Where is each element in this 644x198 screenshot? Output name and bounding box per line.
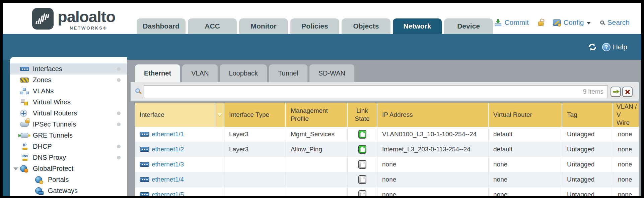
sidebar-item-virtual-routers[interactable]: Virtual Routers xyxy=(10,108,127,119)
expand-collapse-icon[interactable] xyxy=(13,167,18,170)
column-header-link-state[interactable]: Link State xyxy=(348,103,377,127)
sidebar-item-dhcp[interactable]: IPDHCP xyxy=(10,141,127,152)
apply-filter-button[interactable] xyxy=(611,87,621,97)
cell-interface: ethernet1/5 xyxy=(135,187,224,198)
cell-interface: ethernet1/4 xyxy=(135,172,224,187)
nav-tab-network[interactable]: Network xyxy=(393,18,442,34)
status-dot xyxy=(117,156,121,159)
cell-virtual-router: none xyxy=(489,157,562,172)
table-body: ethernet1/1Layer3Mgmt_ServicesVLAN0100_L… xyxy=(135,127,639,198)
sidebar-nav: InterfacesZonesVLANsVirtual WiresVirtual… xyxy=(10,57,127,196)
commit-button[interactable]: Commit xyxy=(504,18,528,27)
sidebar-item-gateways[interactable]: Gateways xyxy=(10,185,127,196)
tab-loopback[interactable]: Loopback xyxy=(220,64,267,82)
main-panel: EthernetVLANLoopbackTunnelSD-WAN 9 items… xyxy=(127,60,641,196)
sidebar-item-zones[interactable]: Zones xyxy=(10,75,127,86)
sidebar-item-vlans[interactable]: VLANs xyxy=(10,86,127,97)
brand-name: paloalto xyxy=(58,7,115,26)
sort-dropdown[interactable] xyxy=(215,103,224,127)
cell-interface: ethernet1/2 xyxy=(135,142,224,157)
gre-tunnels-icon xyxy=(20,133,33,138)
cell-tag: Untagged xyxy=(562,127,613,142)
column-header-interface-type[interactable]: Interface Type xyxy=(224,103,286,127)
column-header-ip-address[interactable]: IP Address xyxy=(377,103,489,127)
nav-tab-monitor[interactable]: Monitor xyxy=(239,18,288,34)
sidebar-item-interfaces[interactable]: Interfaces xyxy=(10,63,127,75)
link-down-icon xyxy=(358,175,366,184)
status-dot xyxy=(117,67,121,71)
config-icon xyxy=(553,19,561,26)
table-row[interactable]: ethernet1/1Layer3Mgmt_ServicesVLAN0100_L… xyxy=(135,127,639,142)
link-down-icon xyxy=(358,160,366,169)
dns-proxy-icon: DNS xyxy=(20,154,33,161)
table-row[interactable]: ethernet1/5nonenoneUntaggednone xyxy=(135,187,639,198)
config-caret-icon[interactable] xyxy=(587,22,591,24)
tab-ethernet[interactable]: Ethernet xyxy=(135,64,180,82)
cell-tag: Untagged xyxy=(562,142,613,157)
interface-link[interactable]: ethernet1/4 xyxy=(152,176,184,183)
sidebar-item-portals[interactable]: Portals xyxy=(10,174,127,185)
config-button[interactable]: Config xyxy=(564,18,584,27)
cell-vlan-virtual-wire: none xyxy=(613,187,639,198)
table-row[interactable]: ethernet1/2Layer3Allow_PingInternet_L3_2… xyxy=(135,142,639,157)
interfaces-icon xyxy=(20,67,33,71)
sidebar-item-label: Virtual Routers xyxy=(33,109,77,117)
column-header-management-profile[interactable]: Management Profile xyxy=(286,103,348,127)
status-dot xyxy=(117,122,121,126)
cell-management-profile xyxy=(286,187,348,198)
cell-virtual-router: default xyxy=(489,142,562,157)
interface-link[interactable]: ethernet1/1 xyxy=(152,131,184,138)
lock-icon[interactable] xyxy=(538,21,544,26)
sidebar-item-label: VLANs xyxy=(33,87,54,95)
sidebar-item-dns-proxy[interactable]: DNSDNS Proxy xyxy=(10,152,127,163)
sidebar-item-ipsec-tunnels[interactable]: IPSec Tunnels xyxy=(10,119,127,130)
sidebar-item-virtual-wires[interactable]: Virtual Wires xyxy=(10,97,127,108)
sidebar-item-globalprotect[interactable]: GlobalProtect xyxy=(10,163,127,174)
sidebar-item-label: Zones xyxy=(33,76,52,84)
nav-tab-objects[interactable]: Objects xyxy=(342,18,390,34)
link-up-icon xyxy=(358,130,366,139)
dhcp-icon: IP xyxy=(20,143,33,150)
help-icon[interactable] xyxy=(602,43,611,51)
table-row[interactable]: ethernet1/3nonenoneUntaggednone xyxy=(135,157,639,172)
tab-tunnel[interactable]: Tunnel xyxy=(269,64,307,82)
tab-vlan[interactable]: VLAN xyxy=(182,64,218,82)
commit-icon xyxy=(495,19,501,26)
cell-vlan-virtual-wire: none xyxy=(613,172,639,187)
paloalto-logo: paloalto NETWORKS® xyxy=(32,7,143,34)
interface-link[interactable]: ethernet1/5 xyxy=(152,191,184,198)
column-header-interface[interactable]: Interface xyxy=(135,103,215,127)
help-link[interactable]: Help xyxy=(613,43,627,51)
cell-vlan-virtual-wire: none xyxy=(613,142,639,157)
tab-sd-wan[interactable]: SD-WAN xyxy=(309,64,354,82)
cell-ip-address: none xyxy=(377,187,489,198)
interface-link[interactable]: ethernet1/2 xyxy=(152,146,184,153)
table-row[interactable]: ethernet1/4nonenoneUntaggednone xyxy=(135,172,639,187)
sidebar-item-gre-tunnels[interactable]: GRE Tunnels xyxy=(10,130,127,141)
refresh-icon[interactable] xyxy=(588,43,598,51)
interface-icon xyxy=(140,132,149,137)
nav-tab-policies[interactable]: Policies xyxy=(290,18,339,34)
nav-tab-device[interactable]: Device xyxy=(444,18,493,34)
status-dot xyxy=(117,145,121,148)
nav-tab-acc[interactable]: ACC xyxy=(188,18,237,34)
column-header-vlan-v[interactable]: VLAN / V Wire xyxy=(613,103,639,127)
cell-management-profile: Allow_Ping xyxy=(286,142,348,157)
link-down-icon xyxy=(358,190,366,198)
sidebar-item-label: Portals xyxy=(48,176,69,184)
app-window: paloalto NETWORKS® DashboardACCMonitorPo… xyxy=(0,0,644,198)
column-header-tag[interactable]: Tag xyxy=(562,103,613,127)
clear-filter-button[interactable] xyxy=(622,87,633,97)
cell-interface: ethernet1/1 xyxy=(135,127,224,142)
cell-link-state xyxy=(348,187,377,198)
nav-tab-dashboard[interactable]: Dashboard xyxy=(137,18,186,34)
red-x-icon xyxy=(625,89,630,95)
interface-link[interactable]: ethernet1/3 xyxy=(152,161,184,168)
search-button[interactable]: Search xyxy=(607,18,630,27)
ipsec-tunnels-icon xyxy=(20,122,33,127)
column-header-virtual-router[interactable]: Virtual Router xyxy=(489,103,562,127)
gateways-icon xyxy=(35,187,48,194)
zones-icon xyxy=(20,78,33,83)
sidebar-item-label: DHCP xyxy=(33,143,52,150)
filter-input[interactable]: 9 items xyxy=(144,85,608,98)
